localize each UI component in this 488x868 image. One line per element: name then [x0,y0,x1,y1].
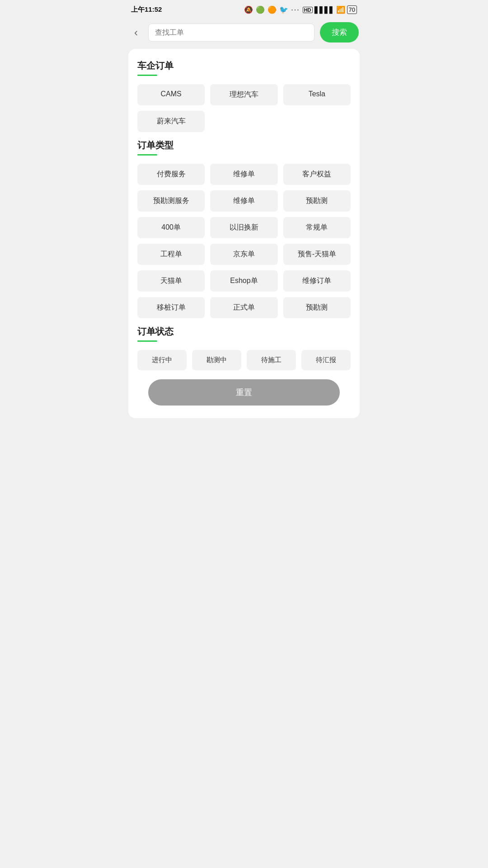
tag-tesla[interactable]: Tesla [283,84,351,105]
search-input[interactable] [155,28,308,37]
status-time: 上午11:52 [131,5,162,14]
section-order-status: 订单状态 进行中 勘测中 待施工 待汇报 [137,326,351,370]
tag-pre-survey-2[interactable]: 预勘测 [283,297,351,318]
tag-eshop[interactable]: Eshop单 [210,270,277,292]
tag-repair-order[interactable]: 维修单 [210,164,277,185]
search-input-wrap[interactable] [148,24,314,42]
tag-in-progress[interactable]: 进行中 [137,350,187,370]
section-order-status-underline [137,340,157,342]
tag-400[interactable]: 400单 [137,217,205,238]
tag-pre-survey[interactable]: 预勘测 [283,190,351,212]
tag-regular[interactable]: 常规单 [283,217,351,238]
tag-repair-subscription[interactable]: 维修订单 [283,270,351,292]
section-order-type-underline [137,154,157,156]
section-enterprise-title: 车企订单 [137,60,351,72]
section-order-type: 订单类型 付费服务 维修单 客户权益 预勘测服务 维修单 预勘测 400单 以旧… [137,139,351,318]
main-card: 车企订单 CAMS 理想汽车 Tesla 蔚来汽车 订单类型 付费服务 维修单 … [128,49,360,418]
mute-icon: 🔕 [244,5,253,14]
tag-pre-survey-service[interactable]: 预勘测服务 [137,190,205,212]
reset-button-wrap: 重置 [137,379,351,406]
section-order-status-title: 订单状态 [137,326,351,338]
signal-icon: ▋▋▋▋ [314,6,334,14]
tag-trade-in[interactable]: 以旧换新 [210,217,277,238]
enterprise-tags: CAMS 理想汽车 Tesla 蔚来汽车 [137,84,351,132]
tag-paid-service[interactable]: 付费服务 [137,164,205,185]
tag-customer-rights[interactable]: 客户权益 [283,164,351,185]
tag-jingdong[interactable]: 京东单 [210,244,277,265]
tag-surveying[interactable]: 勘测中 [192,350,241,370]
tag-presale-tmall[interactable]: 预售-天猫单 [283,244,351,265]
tag-pending-construction[interactable]: 待施工 [247,350,296,370]
tag-cams[interactable]: CAMS [137,84,205,105]
tag-official[interactable]: 正式单 [210,297,277,318]
status-icons: HD ▋▋▋▋ 📶 70 [303,5,357,14]
wifi-icon: 📶 [336,5,345,14]
order-type-tags: 付费服务 维修单 客户权益 预勘测服务 维修单 预勘测 400单 以旧换新 常规… [137,164,351,318]
tag-engineering[interactable]: 工程单 [137,244,205,265]
app3-icon: 🐦 [279,5,288,14]
status-bar: 上午11:52 🔕 🟢 🟠 🐦 ··· HD ▋▋▋▋ 📶 70 [122,0,366,18]
app1-icon: 🟢 [256,5,265,14]
section-enterprise-underline [137,75,157,76]
search-button[interactable]: 搜索 [320,22,359,42]
reset-button[interactable]: 重置 [148,379,340,406]
back-button[interactable]: ‹ [129,26,143,39]
status-right: 🔕 🟢 🟠 🐦 ··· HD ▋▋▋▋ 📶 70 [244,5,357,14]
tag-pending-report[interactable]: 待汇报 [301,350,351,370]
more-icon: ··· [291,6,300,14]
battery-icon: 70 [347,5,357,14]
back-icon: ‹ [134,26,138,39]
tag-migrate[interactable]: 移桩订单 [137,297,205,318]
tag-repair-order-2[interactable]: 维修单 [210,190,277,212]
tag-tmall[interactable]: 天猫单 [137,270,205,292]
tag-nio[interactable]: 蔚来汽车 [137,111,205,132]
section-order-type-title: 订单类型 [137,139,351,151]
search-bar: ‹ 搜索 [122,18,366,49]
notification-icons: 🔕 🟢 🟠 🐦 ··· [244,5,300,14]
app2-icon: 🟠 [267,5,277,14]
section-enterprise: 车企订单 CAMS 理想汽车 Tesla 蔚来汽车 [137,60,351,132]
tag-lixiang[interactable]: 理想汽车 [210,84,277,105]
order-status-tags: 进行中 勘测中 待施工 待汇报 [137,350,351,370]
hd-badge: HD [303,7,313,13]
